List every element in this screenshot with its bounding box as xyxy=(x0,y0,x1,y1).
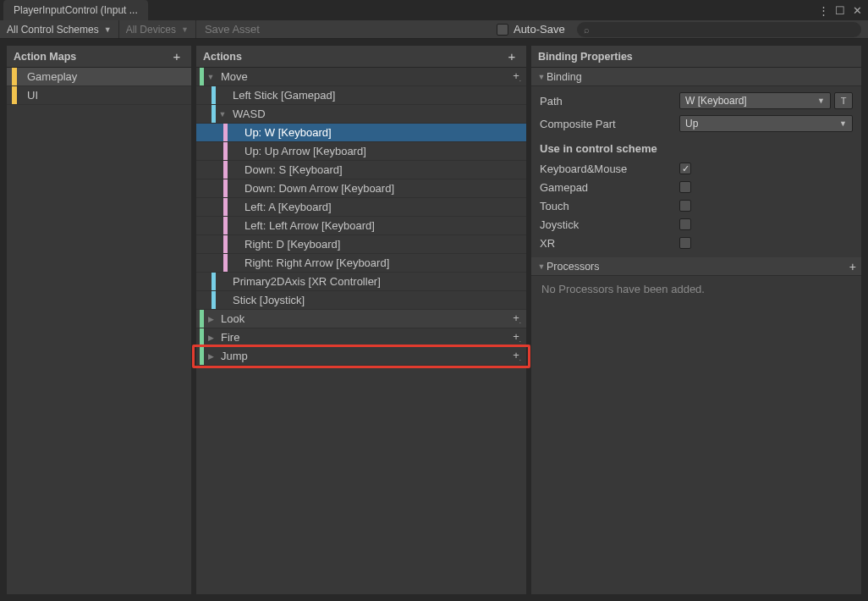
scheme-label: Gamepad xyxy=(540,181,679,194)
tab-bar: PlayerInputControl (Input ... ⋮ ☐ ✕ xyxy=(0,0,868,20)
color-mark xyxy=(223,254,228,272)
control-scheme-row: Touch xyxy=(540,196,853,215)
binding-row[interactable]: Up: Up Arrow [Keyboard] xyxy=(196,142,526,161)
add-action-map-button[interactable]: + xyxy=(169,49,184,64)
properties-panel: Binding Properties ▼ Binding Path W [Key… xyxy=(531,46,861,594)
scheme-checkbox[interactable] xyxy=(679,181,691,193)
composite-row[interactable]: Primary2DAxis [XR Controller] xyxy=(196,273,526,291)
row-label: Look xyxy=(217,312,244,325)
path-dropdown[interactable]: W [Keyboard] ▼ xyxy=(679,92,831,109)
composite-part-label: Composite Part xyxy=(540,118,679,130)
processors-section-header[interactable]: ▼ Processors + xyxy=(531,257,861,276)
control-schemes-dropdown[interactable]: All Control Schemes ▼ xyxy=(0,20,119,38)
add-binding-button[interactable]: +. xyxy=(513,312,521,327)
action-maps-header: Action Maps + xyxy=(7,46,191,68)
color-mark xyxy=(223,198,228,216)
color-mark xyxy=(223,142,228,160)
scheme-checkbox[interactable] xyxy=(679,218,691,230)
binding-row[interactable]: Left: Left Arrow [Keyboard] xyxy=(196,217,526,235)
action-map-item[interactable]: Gameplay xyxy=(7,68,191,86)
row-label: WASD xyxy=(229,108,266,120)
color-mark xyxy=(212,86,216,104)
scheme-checkbox[interactable] xyxy=(679,237,691,249)
menu-icon[interactable]: ⋮ xyxy=(817,4,829,17)
color-mark xyxy=(223,179,228,197)
row-label: Left Stick [Gamepad] xyxy=(229,89,335,102)
row-label: Primary2DAxis [XR Controller] xyxy=(229,275,381,288)
scheme-checkbox[interactable]: ✓ xyxy=(679,163,691,174)
color-mark xyxy=(212,273,216,290)
actions-header: Actions + xyxy=(196,46,526,68)
scheme-checkbox[interactable] xyxy=(679,200,691,212)
action-row[interactable]: ▶Jump+. xyxy=(196,347,526,366)
chevron-down-icon[interactable]: ▼ xyxy=(217,110,228,119)
properties-header: Binding Properties xyxy=(531,46,861,68)
action-row[interactable]: ▶Fire+. xyxy=(196,328,526,347)
add-binding-button[interactable]: +. xyxy=(513,349,521,364)
row-label: Right: D [Keyboard] xyxy=(241,238,340,251)
row-label: Jump xyxy=(217,350,248,362)
row-label: Stick [Joystick] xyxy=(229,294,305,306)
row-label: Move xyxy=(217,70,248,83)
autosave-toggle[interactable]: Auto-Save xyxy=(488,20,574,38)
add-binding-button[interactable]: +. xyxy=(513,330,521,345)
row-label: Up: Up Arrow [Keyboard] xyxy=(241,145,366,157)
close-icon[interactable]: ✕ xyxy=(851,4,863,17)
toolbar: All Control Schemes ▼ All Devices ▼ Save… xyxy=(0,20,868,39)
control-scheme-title: Use in control scheme xyxy=(540,142,853,155)
action-row[interactable]: ▶Look+. xyxy=(196,310,526,328)
row-label: Down: S [Keyboard] xyxy=(241,163,343,176)
row-label: Left: A [Keyboard] xyxy=(241,201,332,213)
chevron-right-icon[interactable]: ▶ xyxy=(206,315,216,323)
action-map-item[interactable]: UI xyxy=(7,86,191,105)
add-action-button[interactable]: + xyxy=(504,49,519,64)
binding-row[interactable]: Up: W [Keyboard] xyxy=(196,124,526,142)
color-mark xyxy=(212,105,216,123)
binding-row[interactable]: Right: D [Keyboard] xyxy=(196,235,526,254)
composite-row[interactable]: Left Stick [Gamepad] xyxy=(196,86,526,105)
binding-row[interactable]: Down: Down Arrow [Keyboard] xyxy=(196,179,526,198)
scheme-label: Touch xyxy=(540,200,679,212)
path-label: Path xyxy=(540,95,679,108)
color-mark xyxy=(223,235,228,253)
binding-row[interactable]: Right: Right Arrow [Keyboard] xyxy=(196,254,526,273)
listen-button[interactable]: T xyxy=(834,92,853,109)
color-mark xyxy=(200,347,204,365)
scheme-label: Joystick xyxy=(540,218,679,231)
actions-panel: Actions + ▼Move+.Left Stick [Gamepad]▼WA… xyxy=(196,46,526,594)
save-asset-button[interactable]: Save Asset xyxy=(196,20,268,38)
tab-input-asset[interactable]: PlayerInputControl (Input ... xyxy=(3,0,148,20)
processors-empty-message: No Processors have been added. xyxy=(531,276,861,302)
maximize-icon[interactable]: ☐ xyxy=(834,4,846,17)
composite-part-dropdown[interactable]: Up ▼ xyxy=(679,115,853,132)
color-mark xyxy=(200,310,204,328)
add-binding-button[interactable]: +. xyxy=(513,69,521,85)
color-mark xyxy=(223,217,228,234)
binding-row[interactable]: Down: S [Keyboard] xyxy=(196,161,526,179)
composite-row[interactable]: ▼WASD xyxy=(196,105,526,124)
control-scheme-row: Keyboard&Mouse✓ xyxy=(540,159,853,178)
devices-dropdown[interactable]: All Devices ▼ xyxy=(119,20,196,38)
action-maps-panel: Action Maps + GameplayUI xyxy=(7,46,191,594)
color-mark xyxy=(212,291,216,309)
checkbox-icon[interactable] xyxy=(497,24,508,36)
color-mark xyxy=(200,328,204,346)
scheme-label: XR xyxy=(540,237,679,250)
search-input[interactable]: ⌕ xyxy=(577,22,861,37)
chevron-down-icon: ▼ xyxy=(839,119,847,128)
action-row[interactable]: ▼Move+. xyxy=(196,68,526,86)
chevron-right-icon[interactable]: ▶ xyxy=(206,334,216,342)
binding-section-header[interactable]: ▼ Binding xyxy=(531,68,861,86)
chevron-down-icon: ▼ xyxy=(104,25,112,34)
binding-row[interactable]: Left: A [Keyboard] xyxy=(196,198,526,217)
search-icon: ⌕ xyxy=(584,25,590,35)
chevron-down-icon[interactable]: ▼ xyxy=(206,73,216,81)
add-processor-button[interactable]: + xyxy=(849,260,856,273)
chevron-right-icon[interactable]: ▶ xyxy=(206,352,216,361)
chevron-down-icon: ▼ xyxy=(536,73,547,81)
chevron-down-icon: ▼ xyxy=(536,262,547,271)
composite-row[interactable]: Stick [Joystick] xyxy=(196,291,526,310)
row-label: Left: Left Arrow [Keyboard] xyxy=(241,219,375,232)
tab-title: PlayerInputControl (Input ... xyxy=(14,4,138,16)
action-map-label: Gameplay xyxy=(27,70,77,83)
